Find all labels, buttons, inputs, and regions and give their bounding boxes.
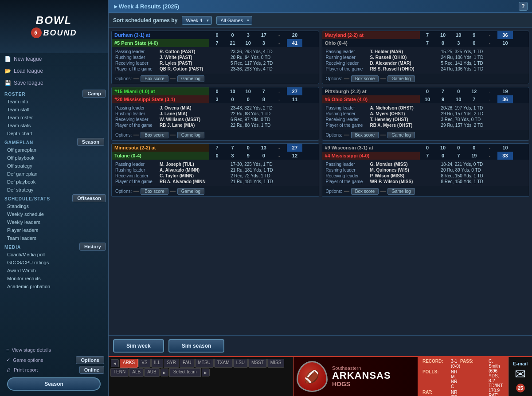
sidebar-item-monitor-recruits[interactable]: Monitor recruits <box>0 274 108 282</box>
game-4-game-log-btn[interactable]: Game log <box>387 132 415 138</box>
game-3-options: Options: ━━ Box score ━━ Game log <box>112 130 319 140</box>
sidebar-item-depth-chart[interactable]: Depth chart <box>0 129 108 137</box>
sidebar-item-academic-probation[interactable]: Academic probation <box>0 282 108 290</box>
options-tag[interactable]: Options <box>76 356 104 364</box>
email-icon[interactable]: ✉ <box>515 366 526 382</box>
history-tag[interactable]: History <box>79 243 106 251</box>
week-dropdown[interactable]: Week 4 <box>182 16 212 25</box>
sidebar-item-off-playbook[interactable]: Off playbook <box>0 154 108 162</box>
team-tab-miss[interactable]: MISS <box>267 359 284 368</box>
team-tab-txam[interactable]: TXAM <box>214 359 233 368</box>
game-5-stats: Passing leaderM. Joseph (TUL)17-30, 225 … <box>112 160 319 186</box>
roster-section: ROSTER Camp <box>0 89 108 98</box>
schedule-section: SCHEDULE/STATS Offseason <box>0 194 108 202</box>
sidebar-item-def-playbook[interactable]: Def playbook <box>0 178 108 186</box>
print-icon: 🖨 <box>6 367 11 372</box>
sidebar-item-team-roster[interactable]: Team roster <box>0 114 108 122</box>
game-3-game-log-btn[interactable]: Game log <box>177 132 204 138</box>
sidebar-item-weekly-schedule[interactable]: Weekly schedule <box>0 210 108 218</box>
sidebar-item-off-strategy[interactable]: Off strategy <box>0 162 108 170</box>
game-3-team2-name: #20 Mississippi State (3-1) <box>112 95 209 103</box>
print-report-btn[interactable]: 🖨 Print report <box>4 366 40 374</box>
team-tab-ill[interactable]: ILL <box>151 359 164 368</box>
team-tab-arks[interactable]: ARKS <box>120 359 138 368</box>
game-5-game-log-btn[interactable]: Game log <box>177 188 204 195</box>
sidebar-item-def-gameplan[interactable]: Def gameplan <box>0 170 108 178</box>
game-card-5: Minnesota (2-2) at 7 7 0 13 - 27 Tulane … <box>111 143 319 197</box>
sort-label: Sort scheduled games by <box>113 17 177 24</box>
team-tab-msst[interactable]: MSST <box>248 359 267 368</box>
team-tab-lsu[interactable]: LSU <box>233 359 248 368</box>
sidebar-item-team-staff[interactable]: Team staff <box>0 106 108 114</box>
stats-col-left: RECORD:3-1 (0-0) POLLS:NR M, NR C RAT:NR… <box>422 359 460 394</box>
game-6-team2-row: #4 Mississippi (4-0) 7 0 7 19 - 33 <box>322 152 529 160</box>
team-tab-vs[interactable]: VS <box>138 359 150 368</box>
season-tag[interactable]: Season <box>77 138 104 146</box>
game-1-team2-row: #5 Penn State (4-0) 7 21 10 3 - 41 <box>112 39 319 47</box>
team-tab-tenn[interactable]: TENN <box>110 368 129 377</box>
week-dropdown-wrap[interactable]: Week 4 <box>182 16 212 25</box>
game-6-options: Options: ━━ Box score ━━ Game log <box>322 186 529 196</box>
view-stage-details-btn[interactable]: ≡ View stage details <box>4 346 104 354</box>
game-2-game-log-btn[interactable]: Game log <box>387 75 415 82</box>
game-4-team2-row: #6 Ohio State (4-0) 10 9 10 7 - 36 <box>322 95 529 103</box>
select-team-btn[interactable]: Select team <box>169 368 201 377</box>
team-tab-aub[interactable]: AUB <box>144 368 160 377</box>
gameplan-section: GAMEPLAN Season <box>0 137 108 146</box>
sidebar-item-def-strategy[interactable]: Def strategy <box>0 186 108 194</box>
game-3-team2-row: #20 Mississippi State (3-1) 3 0 0 8 - 11 <box>112 95 319 103</box>
tab-forward-btn[interactable]: ► <box>160 369 168 376</box>
sidebar-item-standings[interactable]: Standings <box>0 202 108 210</box>
game-1-header: Durham (3-1) at 0 0 3 17 - 20 <box>112 31 319 39</box>
sidebar-item-gdcs[interactable]: GDCS/CPU ratings <box>0 259 108 267</box>
sim-season-btn[interactable]: Sim season <box>168 339 225 353</box>
select-team-arrow[interactable]: ► <box>202 369 210 376</box>
save-league-btn[interactable]: 💾 Save league <box>0 77 108 89</box>
game-1-box-score-btn[interactable]: Box score <box>141 75 168 82</box>
offseason-tag[interactable]: Offseason <box>72 194 106 202</box>
sidebar-item-team-leaders[interactable]: Team leaders <box>0 234 108 242</box>
game-1-game-log-btn[interactable]: Game log <box>177 75 204 82</box>
team-tab-alb[interactable]: ALB <box>129 368 144 377</box>
team-tab-syr[interactable]: SYR <box>164 359 179 368</box>
sidebar-item-off-gameplan[interactable]: Off gameplan <box>0 146 108 154</box>
game-6-team1-name: #9 Wisconsin (3-1) at <box>322 144 420 152</box>
sidebar-item-weekly-leaders[interactable]: Weekly leaders <box>0 218 108 226</box>
sidebar-item-team-stats[interactable]: Team stats <box>0 122 108 129</box>
team-bar: ◄ ARKS VS ILL SYR FAU MTSU TXAM LSU MSST… <box>109 356 532 396</box>
game-2-options: Options: ━━ Box score ━━ Game log <box>322 74 529 84</box>
team-tab-mtsu[interactable]: MTSU <box>195 359 214 368</box>
game-6-box-score-btn[interactable]: Box score <box>351 188 379 195</box>
game-options-btn[interactable]: ✓ Game options <box>4 356 46 364</box>
camp-tag[interactable]: Camp <box>82 90 106 98</box>
team-name-block: Southeastern ARKANSAS HOGS <box>332 365 391 388</box>
game-6-game-log-btn[interactable]: Game log <box>387 188 415 195</box>
online-tag[interactable]: Online <box>79 366 104 374</box>
game-4-team1-name: Pittsburgh (2-2) at <box>322 87 420 95</box>
logo-area: BOWL 6 BOUND <box>0 0 108 53</box>
filter-dropdown-wrap[interactable]: All Games <box>216 16 252 25</box>
game-4-team2-name: #6 Ohio State (4-0) <box>322 95 420 103</box>
new-league-btn[interactable]: 📄 New league <box>0 53 108 65</box>
sim-week-btn[interactable]: Sim week <box>113 339 164 353</box>
game-card-1: Durham (3-1) at 0 0 3 17 - 20 #5 Penn St… <box>111 31 319 84</box>
sidebar-item-team-info[interactable]: Team info <box>0 98 108 106</box>
game-3-box-score-btn[interactable]: Box score <box>141 132 168 138</box>
game-5-box-score-btn[interactable]: Box score <box>141 188 168 195</box>
game-2-stats: Passing leaderT. Holder (MAR)15-25, 325 … <box>322 47 529 74</box>
game-2-box-score-btn[interactable]: Box score <box>351 75 379 82</box>
game-6-stats: Passing leaderG. Morales (MISS)18-24, 22… <box>322 160 529 186</box>
load-league-btn[interactable]: 📂 Load league <box>0 65 108 77</box>
sidebar-item-player-leaders[interactable]: Player leaders <box>0 226 108 234</box>
season-oval[interactable]: Season <box>7 377 101 391</box>
team-name-big: ARKANSAS <box>332 371 391 380</box>
help-button[interactable]: ? <box>519 2 528 11</box>
filter-dropdown[interactable]: All Games <box>216 16 252 25</box>
sidebar-item-coach-media[interactable]: Coach/Media poll <box>0 251 108 259</box>
team-tab-fau[interactable]: FAU <box>180 359 194 368</box>
sidebar-item-award-watch[interactable]: Award Watch <box>0 267 108 274</box>
game-2-team2-row: Ohio (0-4) 7 0 3 0 - 10 <box>322 39 529 47</box>
tab-back-btn[interactable]: ◄ <box>111 359 119 367</box>
game-4-box-score-btn[interactable]: Box score <box>351 132 379 138</box>
game-1-team2-name: #5 Penn State (4-0) <box>112 39 209 47</box>
